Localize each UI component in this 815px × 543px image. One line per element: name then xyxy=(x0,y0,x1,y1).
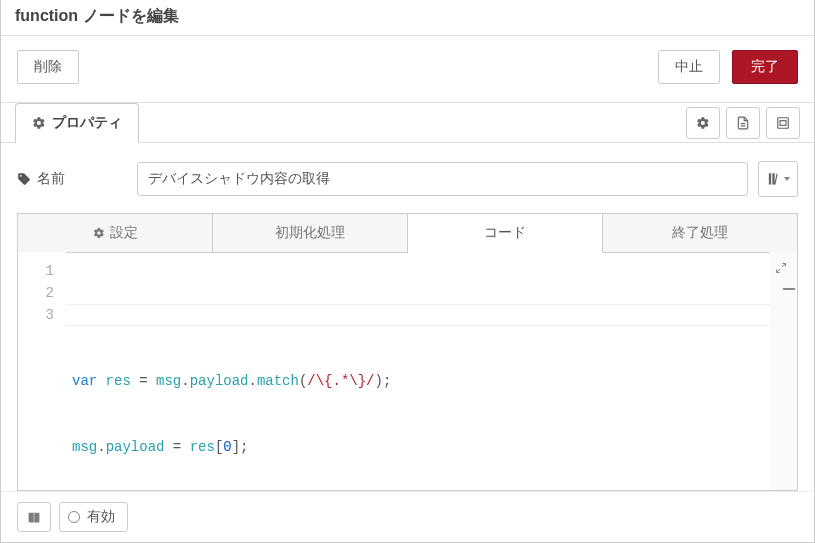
show-info-button[interactable] xyxy=(17,502,51,532)
minimap[interactable] xyxy=(769,252,797,490)
code-area[interactable]: var res = msg.payload.match(/\{.*\}/); m… xyxy=(66,252,769,490)
chevron-down-icon xyxy=(784,177,790,181)
sub-tab-init-label: 初期化処理 xyxy=(275,224,345,242)
node-description-button[interactable] xyxy=(726,107,760,139)
current-line-highlight xyxy=(66,304,769,326)
node-settings-button[interactable] xyxy=(686,107,720,139)
done-button[interactable]: 完了 xyxy=(732,50,798,84)
cancel-button[interactable]: 中止 xyxy=(658,50,720,84)
sub-tab-code-label: コード xyxy=(484,224,526,242)
svg-rect-2 xyxy=(778,118,789,129)
name-label-text: 名前 xyxy=(37,170,65,188)
svg-rect-3 xyxy=(780,121,786,126)
gear-icon xyxy=(93,227,105,239)
book-icon xyxy=(27,511,41,524)
tab-spacer xyxy=(139,103,680,142)
line-number: 2 xyxy=(26,282,54,304)
line-number: 3 xyxy=(26,304,54,326)
name-input[interactable] xyxy=(137,162,748,196)
code-line: var res = msg.payload.match(/\{.*\}/); xyxy=(72,370,763,392)
sub-tab-settings-label: 設定 xyxy=(110,224,138,242)
main-tabs: プロパティ xyxy=(1,103,814,143)
panel-header: function ノードを編集 xyxy=(1,0,814,36)
node-appearance-button[interactable] xyxy=(766,107,800,139)
circle-icon xyxy=(68,511,80,523)
svg-line-5 xyxy=(777,269,781,273)
page-title: function ノードを編集 xyxy=(15,6,800,27)
gear-icon xyxy=(696,116,710,130)
name-row: 名前 xyxy=(17,161,798,197)
action-bar: 削除 中止 完了 xyxy=(1,36,814,103)
gear-icon xyxy=(32,116,46,130)
tag-icon xyxy=(17,172,31,186)
tab-properties-label: プロパティ xyxy=(52,114,122,132)
code-editor[interactable]: 1 2 3 var res = msg.payload.match(/\{.*\… xyxy=(17,252,798,491)
expand-panel-icon xyxy=(776,116,790,130)
panel-footer: 有効 xyxy=(1,491,814,542)
minimap-marker xyxy=(783,288,795,290)
enabled-toggle[interactable]: 有効 xyxy=(59,502,128,532)
tab-properties[interactable]: プロパティ xyxy=(15,103,139,143)
name-label: 名前 xyxy=(17,170,137,188)
code-line: msg.payload = res[0]; xyxy=(72,436,763,458)
function-sub-tabs: 設定 初期化処理 コード 終了処理 xyxy=(17,213,798,253)
sub-tab-close-label: 終了処理 xyxy=(672,224,728,242)
expand-icon xyxy=(775,262,787,274)
code-content: var res = msg.payload.match(/\{.*\}/); m… xyxy=(72,326,763,491)
sub-tab-settings[interactable]: 設定 xyxy=(17,213,213,253)
library-dropdown-button[interactable] xyxy=(758,161,798,197)
enabled-label: 有効 xyxy=(87,508,115,526)
panel-body: 名前 設定 初期化処理 コード xyxy=(1,143,814,491)
sub-tab-close[interactable]: 終了処理 xyxy=(603,213,798,253)
line-number-gutter: 1 2 3 xyxy=(18,252,66,490)
delete-button[interactable]: 削除 xyxy=(17,50,79,84)
line-number: 1 xyxy=(26,260,54,282)
sub-tab-code[interactable]: コード xyxy=(408,213,603,253)
edit-panel: function ノードを編集 削除 中止 完了 プロパティ xyxy=(0,0,815,543)
document-icon xyxy=(736,116,750,130)
sub-tab-init[interactable]: 初期化処理 xyxy=(213,213,408,253)
expand-editor-button[interactable] xyxy=(771,258,791,278)
svg-line-4 xyxy=(782,264,786,268)
books-icon xyxy=(766,172,781,186)
